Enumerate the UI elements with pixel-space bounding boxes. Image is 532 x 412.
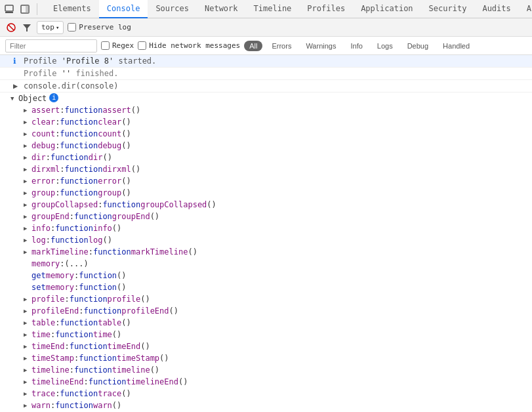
property-line[interactable]: warn: function warn() bbox=[5, 400, 532, 411]
svg-rect-3 bbox=[26, 5, 29, 13]
prop-fn: function bbox=[79, 282, 117, 293]
dock-bottom-icon[interactable] bbox=[3, 3, 16, 16]
prop-arrow[interactable] bbox=[24, 188, 31, 198]
property-line[interactable]: dir: function dir() bbox=[5, 152, 532, 163]
dock-side-icon[interactable] bbox=[18, 3, 31, 16]
prop-arrow[interactable] bbox=[24, 329, 31, 340]
level-info-button[interactable]: Info bbox=[345, 41, 367, 51]
level-logs-button[interactable]: Logs bbox=[372, 41, 398, 51]
property-line[interactable]: markTimeline: function markTimeline() bbox=[5, 246, 532, 258]
preserve-log-checkbox[interactable] bbox=[68, 23, 76, 31]
prop-accessor: set bbox=[31, 282, 46, 293]
property-line[interactable]: profileEnd: function profileEnd() bbox=[5, 305, 532, 317]
tab-security[interactable]: Security bbox=[421, 0, 475, 18]
hide-network-label[interactable]: Hide network messages bbox=[138, 41, 240, 50]
prop-fn-name: profileEnd bbox=[121, 306, 169, 316]
prop-paren: () bbox=[121, 129, 131, 139]
property-line[interactable]: time: function time() bbox=[5, 329, 532, 340]
level-handled-button[interactable]: Handled bbox=[438, 41, 475, 51]
prop-arrow[interactable] bbox=[24, 105, 31, 115]
property-line[interactable]: groupEnd: function groupEnd() bbox=[5, 211, 532, 222]
property-line[interactable]: assert: function assert() bbox=[5, 104, 532, 116]
context-label: top bbox=[41, 23, 54, 31]
property-line[interactable]: error: function error() bbox=[5, 175, 532, 187]
prop-arrow[interactable] bbox=[24, 247, 31, 257]
property-line[interactable]: count: function count() bbox=[5, 128, 532, 140]
prop-arrow[interactable] bbox=[24, 353, 31, 363]
tab-angularjs[interactable]: AngularJS bbox=[519, 0, 532, 18]
prop-key: log bbox=[31, 235, 46, 245]
prop-arrow[interactable] bbox=[24, 318, 31, 328]
prop-paren: () bbox=[188, 247, 197, 257]
prop-arrow[interactable] bbox=[24, 400, 31, 411]
object-expand-arrow[interactable] bbox=[10, 93, 18, 104]
profile-finished-text: Profile '' finished. bbox=[24, 68, 119, 79]
property-line[interactable]: get memory: function () bbox=[5, 270, 532, 281]
object-header-line[interactable]: Object i bbox=[5, 93, 532, 104]
property-line[interactable]: timelineEnd: function timelineEnd() bbox=[5, 376, 532, 388]
prop-fn-word: function bbox=[74, 365, 112, 375]
property-line[interactable]: timeEnd: function timeEnd() bbox=[5, 340, 532, 352]
tab-console[interactable]: Console bbox=[99, 0, 148, 18]
prop-arrow[interactable] bbox=[24, 152, 31, 163]
tab-elements[interactable]: Elements bbox=[45, 0, 99, 18]
context-selector[interactable]: top ▾ bbox=[37, 21, 64, 34]
prop-arrow[interactable] bbox=[24, 365, 31, 375]
prop-arrow[interactable] bbox=[24, 140, 31, 151]
level-debug-button[interactable]: Debug bbox=[402, 41, 434, 51]
prop-arrow[interactable] bbox=[24, 117, 31, 127]
property-line[interactable]: dirxml: function dirxml() bbox=[5, 163, 532, 175]
property-line[interactable]: timeStamp: function timeStamp() bbox=[5, 352, 532, 364]
prop-fn-name: groupEnd bbox=[112, 211, 150, 222]
regex-label[interactable]: Regex bbox=[101, 41, 134, 50]
prop-arrow[interactable] bbox=[24, 211, 31, 222]
level-errors-button[interactable]: Errors bbox=[266, 41, 297, 51]
clear-console-icon[interactable] bbox=[5, 22, 17, 33]
tab-profiles[interactable]: Profiles bbox=[299, 0, 353, 18]
prop-arrow[interactable] bbox=[24, 199, 31, 210]
tab-application[interactable]: Application bbox=[353, 0, 420, 18]
property-line[interactable]: groupCollapsed: function groupCollapsed(… bbox=[5, 199, 532, 211]
property-line[interactable]: trace: function trace() bbox=[5, 388, 532, 400]
svg-marker-6 bbox=[23, 24, 31, 31]
regex-checkbox[interactable] bbox=[101, 41, 110, 50]
level-all-button[interactable]: All bbox=[244, 41, 262, 51]
tab-network[interactable]: Network bbox=[197, 0, 246, 18]
prop-key: profile bbox=[31, 294, 65, 304]
prop-fn-name: group bbox=[98, 188, 121, 198]
property-line[interactable]: set memory: function () bbox=[5, 281, 532, 293]
property-line[interactable]: clear: function clear() bbox=[5, 116, 532, 128]
level-warnings-button[interactable]: Warnings bbox=[300, 41, 341, 51]
property-line[interactable]: group: function group() bbox=[5, 187, 532, 199]
hide-network-checkbox[interactable] bbox=[138, 41, 146, 50]
prop-arrow[interactable] bbox=[24, 164, 31, 175]
prop-arrow[interactable] bbox=[24, 223, 31, 234]
prop-fn-name: info bbox=[93, 223, 112, 234]
prop-arrow[interactable] bbox=[24, 377, 31, 387]
prop-arrow[interactable] bbox=[24, 388, 31, 399]
prop-arrow[interactable] bbox=[24, 341, 31, 352]
filter-input[interactable] bbox=[5, 39, 97, 52]
prop-arrow[interactable] bbox=[24, 235, 31, 245]
prop-fn-name: groupCollapsed bbox=[140, 199, 207, 210]
prop-arrow[interactable] bbox=[24, 176, 31, 186]
property-line[interactable]: timeline: function timeline() bbox=[5, 364, 532, 376]
property-line[interactable]: table: function table() bbox=[5, 317, 532, 329]
prop-arrow[interactable] bbox=[24, 294, 31, 304]
tab-audits[interactable]: Audits bbox=[474, 0, 518, 18]
prop-key: assert bbox=[31, 105, 60, 115]
console-dir-text: console.dir(console) bbox=[24, 81, 119, 91]
prop-key: table bbox=[31, 318, 55, 328]
filter-icon[interactable] bbox=[21, 22, 33, 33]
prop-arrow[interactable] bbox=[24, 129, 31, 139]
property-line[interactable]: info: function info() bbox=[5, 222, 532, 234]
preserve-log-label[interactable]: Preserve log bbox=[68, 23, 131, 31]
property-line[interactable]: profile: function profile() bbox=[5, 293, 532, 305]
property-line[interactable]: memory: (...) bbox=[5, 258, 532, 270]
prop-fn-name: log bbox=[89, 235, 103, 245]
prop-arrow[interactable] bbox=[24, 306, 31, 316]
tab-timeline[interactable]: Timeline bbox=[246, 0, 300, 18]
tab-sources[interactable]: Sources bbox=[148, 0, 197, 18]
property-line[interactable]: log: function log() bbox=[5, 234, 532, 246]
property-line[interactable]: debug: function debug() bbox=[5, 140, 532, 152]
